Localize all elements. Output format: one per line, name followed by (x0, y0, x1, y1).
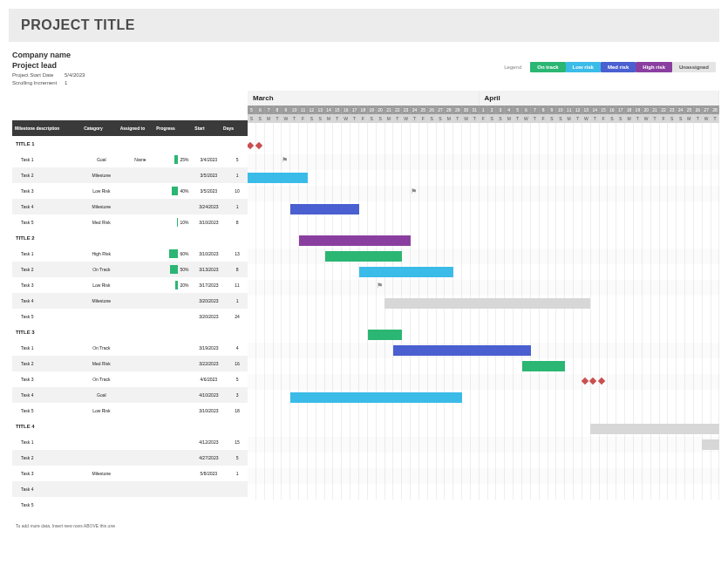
task-name: Task 3 (12, 282, 79, 288)
task-start: 3/10/2023 (191, 408, 228, 413)
task-category: Milestone (79, 173, 123, 178)
gantt-row (248, 170, 719, 186)
gantt-row (248, 233, 719, 248)
task-name: Task 5 (12, 314, 79, 319)
section-title: TITLE 2 (12, 230, 248, 246)
table-row: Task 2Milestone3/5/20231 (12, 167, 248, 183)
task-start: 3/20/2023 (191, 298, 228, 303)
gantt-bar[interactable] (368, 330, 402, 340)
table-row: Task 4Goal4/10/20233 (12, 387, 248, 403)
legend-pill-2: Med risk (601, 62, 636, 72)
task-start: 3/10/2023 (191, 251, 228, 256)
task-days: 5 (227, 157, 248, 162)
task-name: Task 5 (12, 502, 79, 507)
table-row: Task 5 (12, 497, 248, 513)
legend-pill-1: Low risk (566, 62, 601, 72)
col-prog: Progress (150, 120, 181, 136)
milestone-marker (589, 378, 596, 385)
task-assigned: Name (123, 157, 158, 162)
gantt-bar[interactable] (299, 235, 411, 246)
meta-label-0: Project Start Date (12, 72, 65, 78)
table-row: Task 4 (12, 481, 248, 497)
gantt-bar[interactable] (702, 439, 719, 450)
gantt-row (248, 139, 719, 154)
task-name: Task 5 (12, 220, 79, 225)
task-days: 5 (227, 377, 248, 382)
task-table: Milestone description Category Assigned … (12, 91, 248, 528)
milestone-marker (248, 142, 254, 149)
task-start: 3/5/2023 (191, 188, 228, 194)
task-category: Goal (79, 157, 123, 162)
gantt-bar[interactable] (522, 361, 565, 371)
task-days: 18 (227, 408, 248, 413)
table-row: Task 5Med Risk10%3/10/20238 (12, 214, 248, 230)
task-progress: 10% (158, 218, 191, 227)
gantt-bar[interactable] (290, 204, 359, 214)
gantt-row (248, 296, 719, 311)
task-category: On Track (79, 377, 123, 382)
task-category: Milestone (79, 298, 123, 303)
table-row: Task 3Milestone5/8/20231 (12, 466, 248, 481)
project-meta: Company name Project lead Project Start … (12, 49, 248, 85)
task-name: Task 4 (12, 204, 79, 209)
task-days: 1 (227, 471, 248, 476)
gantt-row (248, 453, 719, 468)
task-category: Med Risk (79, 220, 123, 225)
task-name: Task 2 (12, 455, 79, 460)
table-row: Task 14/12/202315 (12, 434, 248, 450)
task-days: 16 (227, 361, 248, 366)
task-category: High Risk (79, 251, 123, 256)
gantt-row (248, 374, 719, 390)
gantt-bar[interactable] (393, 345, 530, 356)
col-ass: Assigned to (115, 120, 150, 136)
gantt-bar[interactable] (325, 251, 403, 262)
milestone-marker (581, 378, 588, 385)
gantt-bar[interactable] (384, 298, 590, 309)
task-days: 4 (227, 345, 248, 351)
flag-icon: ⚑ (377, 282, 383, 289)
gantt-row (248, 437, 719, 453)
table-row: Task 53/20/202324 (12, 309, 248, 324)
task-days: 15 (227, 439, 248, 445)
task-category: Milestone (79, 471, 123, 476)
gantt-row (248, 421, 719, 437)
task-name: Task 3 (12, 377, 79, 382)
task-name: Task 4 (12, 298, 79, 303)
gantt-row (248, 264, 719, 280)
meta-label-1: Scrolling Increment (12, 80, 65, 85)
table-row: Task 2Med Risk3/22/202316 (12, 356, 248, 371)
gantt-bar[interactable] (248, 173, 308, 183)
task-days: 13 (227, 251, 248, 256)
task-days: 1 (227, 204, 248, 209)
task-days: 8 (227, 267, 248, 272)
flag-icon: ⚑ (282, 156, 288, 164)
task-start: 5/8/2023 (191, 471, 228, 476)
gantt-row: ⚑ (248, 186, 719, 201)
gantt-bar[interactable] (290, 392, 462, 403)
task-name: Task 4 (12, 392, 79, 398)
task-category: Low Risk (79, 188, 123, 194)
task-start: 3/19/2023 (191, 345, 228, 351)
meta-value-1: 1 (65, 80, 67, 85)
table-row: Task 5Low Risk3/10/202318 (12, 403, 248, 419)
legend-pill-4: Unassigned (672, 62, 716, 72)
task-start: 4/6/2023 (191, 377, 228, 382)
gantt-bar[interactable] (590, 424, 719, 434)
gantt-row: ⚑ (248, 280, 719, 296)
gantt-row (248, 484, 719, 500)
table-row: Task 1On Track3/19/20234 (12, 340, 248, 356)
section-title: TITLE 1 (12, 136, 248, 152)
task-start: 4/10/2023 (191, 392, 228, 398)
task-start: 3/17/2023 (191, 282, 228, 288)
task-name: Task 5 (12, 408, 79, 413)
gantt-bar[interactable] (359, 267, 453, 277)
footnote: To add more data, Insert new rows ABOVE … (16, 523, 248, 528)
task-category: Low Risk (79, 282, 123, 288)
gantt-row (248, 327, 719, 343)
month-April: April (480, 91, 719, 106)
legend-pill-0: On track (530, 62, 565, 72)
task-start: 3/24/2023 (191, 204, 228, 209)
col-cat: Category (71, 120, 115, 136)
gantt-row (248, 390, 719, 405)
project-lead: Project lead (12, 61, 248, 70)
